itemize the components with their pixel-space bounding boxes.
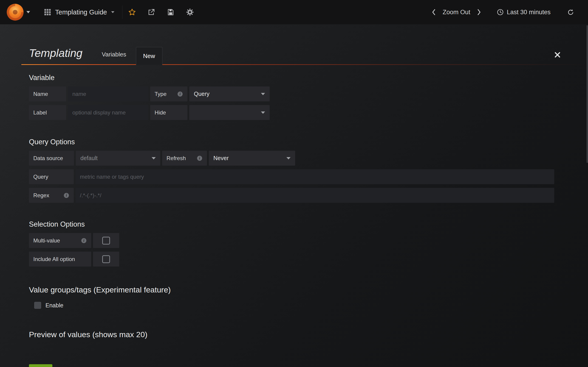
logo-caret-icon (26, 11, 30, 13)
type-label: Type (150, 86, 187, 101)
section-variable: Variable Name Type Query Label Hide (29, 74, 588, 120)
info-icon[interactable] (81, 238, 86, 243)
refresh-label: Refresh (162, 151, 207, 166)
datasource-select[interactable]: default (76, 151, 160, 166)
top-navbar: Templating Guide (0, 0, 588, 24)
section-value-groups: Value groups/tags (Experimental feature)… (29, 285, 588, 309)
section-selection-options: Selection Options Multi-value Include Al… (29, 220, 588, 267)
chevron-down-icon (261, 111, 265, 114)
tab-new[interactable]: New (136, 47, 162, 65)
grafana-logo-button[interactable] (0, 0, 36, 24)
checkbox-icon (102, 237, 110, 244)
hide-label: Hide (150, 105, 187, 120)
datasource-select-value: default (80, 155, 98, 161)
multi-value-row: Multi-value (29, 233, 588, 248)
query-label: Query (29, 169, 74, 184)
page-title: Templating (29, 47, 82, 65)
chevron-down-icon (261, 93, 265, 95)
refresh-label-text: Refresh (166, 155, 186, 161)
dashboard-settings-button[interactable] (180, 0, 199, 24)
query-options-row-3: Regex (29, 188, 588, 203)
variable-heading: Variable (29, 74, 588, 82)
time-shift-back-button[interactable] (428, 9, 439, 16)
grafana-logo (6, 3, 24, 21)
query-options-row-1: Data source default Refresh Never (29, 151, 588, 166)
type-select-value: Query (194, 91, 209, 97)
chevron-right-icon (477, 9, 481, 16)
chevron-left-icon (432, 9, 436, 16)
include-all-checkbox[interactable] (93, 252, 119, 267)
star-dashboard-button[interactable] (122, 0, 142, 24)
dashboard-title: Templating Guide (55, 8, 107, 16)
chevron-down-icon (152, 157, 156, 159)
query-options-heading: Query Options (29, 138, 588, 146)
hide-select[interactable] (189, 105, 270, 120)
refresh-select-value: Never (213, 155, 229, 161)
enable-checkbox[interactable] (34, 302, 41, 309)
selection-options-heading: Selection Options (29, 220, 588, 228)
info-icon[interactable] (197, 156, 202, 161)
enable-row: Enable (34, 302, 588, 309)
name-input[interactable] (68, 86, 148, 101)
label-label: Label (29, 105, 66, 120)
close-editor-button[interactable] (554, 51, 561, 58)
clock-icon (497, 9, 504, 16)
star-icon (128, 8, 136, 16)
multi-value-label: Multi-value (29, 233, 91, 248)
section-preview: Preview of values (shows max 20) (29, 330, 588, 339)
zoom-out-label: Zoom Out (443, 9, 470, 16)
label-input[interactable] (68, 105, 148, 120)
chevron-down-icon (111, 11, 114, 13)
variable-row-1: Name Type Query (29, 86, 588, 101)
info-icon[interactable] (64, 193, 69, 198)
regex-label-text: Regex (33, 192, 49, 199)
save-dashboard-button[interactable] (161, 0, 180, 24)
variable-row-2: Label Hide (29, 105, 588, 120)
enable-label: Enable (45, 302, 63, 309)
checkbox-icon (102, 255, 110, 263)
tab-underline (21, 64, 588, 65)
add-button[interactable]: Add (29, 364, 52, 367)
share-icon (147, 8, 155, 16)
datasource-label: Data source (29, 151, 74, 166)
dashboard-title-button[interactable]: Templating Guide (36, 0, 122, 24)
scrollbar[interactable] (587, 25, 588, 163)
chevron-down-icon (286, 157, 291, 159)
section-query-options: Query Options Data source default Refres… (29, 138, 588, 203)
gear-icon (186, 8, 194, 16)
type-label-text: Type (155, 91, 166, 97)
type-select[interactable]: Query (189, 86, 270, 101)
editor-header: Templating Variables New (21, 47, 588, 65)
multi-value-checkbox[interactable] (93, 233, 119, 248)
multi-value-label-text: Multi-value (33, 237, 60, 244)
value-groups-heading: Value groups/tags (Experimental feature) (29, 285, 588, 294)
refresh-select[interactable]: Never (209, 151, 295, 166)
editor-tabs: Variables New (92, 47, 162, 65)
name-label: Name (29, 86, 66, 101)
time-range-picker-button[interactable]: Last 30 minutes (493, 9, 554, 16)
regex-label: Regex (29, 188, 74, 203)
time-controls: Zoom Out Last 30 minutes (428, 0, 588, 24)
templating-editor: Templating Variables New Variable Name T… (0, 47, 588, 367)
preview-heading: Preview of values (shows max 20) (29, 330, 588, 339)
info-icon[interactable] (178, 92, 183, 97)
close-icon (554, 51, 561, 58)
refresh-icon (567, 9, 574, 16)
time-range-label: Last 30 minutes (507, 9, 551, 16)
share-dashboard-button[interactable] (142, 0, 161, 24)
time-shift-forward-button[interactable] (473, 9, 484, 16)
tab-variables[interactable]: Variables (92, 51, 136, 65)
save-icon (167, 8, 174, 16)
include-all-row: Include All option (29, 252, 588, 267)
include-all-label: Include All option (29, 252, 91, 267)
refresh-dashboard-button[interactable] (564, 9, 578, 16)
zoom-out-button[interactable]: Zoom Out (439, 9, 473, 16)
query-input[interactable] (76, 169, 554, 184)
dashboard-grid-icon (44, 9, 51, 16)
query-options-row-2: Query (29, 169, 588, 184)
regex-input[interactable] (76, 188, 554, 203)
